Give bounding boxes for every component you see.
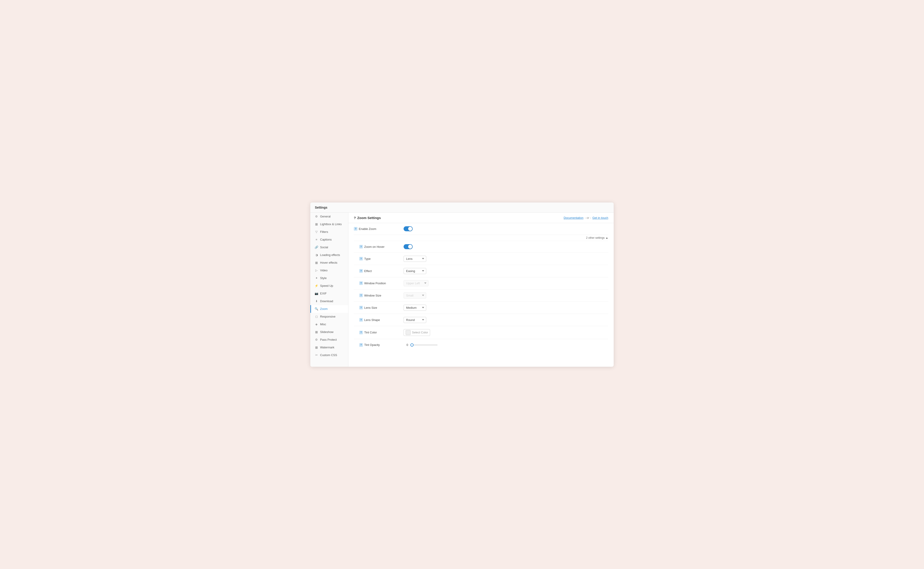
sidebar-item-lightbox[interactable]: ▦ Lightbox & Links [310,221,348,228]
setting-row-window_position: ? Window Position Upper LeftUpper RightL… [354,277,608,289]
sidebar-item-social[interactable]: 🔗 Social [310,243,348,251]
enable-zoom-toggle[interactable] [404,226,413,231]
sidebar-item-watermark[interactable]: ▦ Watermark [310,344,348,351]
sidebar-label-filters: Filters [320,230,328,234]
zoom_on_hover-label: ? Zoom on Hover [354,245,404,248]
sidebar-label-customcss: Custom CSS [320,353,337,357]
setting-row-lens_size: ? Lens Size SmallMediumLarge [354,302,608,314]
sidebar-item-slideshow[interactable]: ▦ Slideshow [310,328,348,336]
general-icon: ⚙ [315,215,318,218]
other-settings-row: 2 other settings ▲ [354,235,608,241]
sidebar-label-slideshow: Slideshow [320,330,334,334]
zoom_on_hover-help-icon[interactable]: ? [359,245,363,248]
app-window: Settings ⚙ General ▦ Lightbox & Links ▽ … [310,202,614,367]
sidebar-item-hover[interactable]: ▦ Hover effects [310,259,348,266]
zoom_on_hover-control [404,244,608,249]
type-label: ? Type [354,257,404,260]
setting-row-effect: ? Effect EasingNoneFade [354,265,608,277]
type-control: LensWindowInner [404,256,608,262]
sidebar-item-general[interactable]: ⚙ General [310,213,348,221]
tint_color-label: ? Tint Color [354,331,404,334]
sidebar-label-lightbox: Lightbox & Links [320,222,341,226]
tint_opacity-value: 0 [404,343,408,347]
sidebar-item-responsive[interactable]: ◻ Responsive [310,313,348,321]
sidebar-item-zoom[interactable]: 🔍 Zoom [310,305,348,313]
sidebar-label-speedup: Speed Up [320,284,333,288]
effect-help-icon[interactable]: ? [359,269,363,273]
sidebar-label-video: Video [320,269,328,272]
sidebar-label-misc: Misc [320,323,326,326]
main-header: ? Zoom Settings Documentation - or - Get… [348,213,614,223]
tint_opacity-control: 0 [404,343,608,347]
tint_opacity-help-icon[interactable]: ? [359,343,363,347]
window_position-control: Upper LeftUpper RightLower LeftLower Rig… [404,280,608,286]
window_size-help-icon[interactable]: ? [359,294,363,297]
sidebar-item-video[interactable]: ▷ Video [310,266,348,274]
tint_color-help-icon[interactable]: ? [359,331,363,334]
responsive-icon: ◻ [315,315,318,318]
type-select[interactable]: LensWindowInner [404,256,426,262]
zoom-settings-label: Zoom Settings [357,216,381,220]
style-icon: ✦ [315,276,318,280]
social-icon: 🔗 [315,245,318,249]
documentation-link[interactable]: Documentation [564,216,583,219]
download-icon: ⬇ [315,300,318,303]
lens_shape-help-icon[interactable]: ? [359,318,363,322]
zoom-settings-help-icon[interactable]: ? [354,216,356,220]
setting-row-enable-zoom: ? Enable Zoom [354,223,608,235]
settings-header: Settings [310,202,614,213]
lens_shape-select[interactable]: RoundSquare [404,317,426,323]
zoom_on_hover-toggle[interactable] [404,244,413,249]
window_position-select: Upper LeftUpper RightLower LeftLower Rig… [404,280,428,286]
setting-row-lens_shape: ? Lens Shape RoundSquare [354,314,608,326]
sidebar-label-exif: EXIF [320,292,327,295]
sidebar-item-customcss[interactable]: ✂ Custom CSS [310,351,348,359]
slideshow-icon: ▦ [315,330,318,334]
settings-title: Settings [315,206,327,209]
sidebar-item-passprotect[interactable]: ⚙ Pass Protect [310,336,348,344]
misc-icon: ◈ [315,323,318,326]
sidebar-item-filters[interactable]: ▽ Filters [310,228,348,236]
or-separator: - or - [585,216,591,219]
effect-control: EasingNoneFade [404,268,608,274]
sidebar-item-exif[interactable]: 📷 EXIF [310,290,348,297]
settings-section: ? Enable Zoom 2 other settings ▲ ? Zoom … [348,223,614,351]
sidebar-item-speedup[interactable]: ⚡ Speed Up [310,282,348,290]
sidebar-item-download[interactable]: ⬇ Download [310,297,348,305]
lens_size-help-icon[interactable]: ? [359,306,363,309]
sidebar-item-misc[interactable]: ◈ Misc [310,321,348,328]
sidebar-label-responsive: Responsive [320,315,335,318]
sidebar-item-style[interactable]: ✦ Style [310,274,348,282]
lightbox-icon: ▦ [315,222,318,226]
get-in-touch-link[interactable]: Get in touch [592,216,608,219]
sidebar-label-general: General [320,215,331,218]
lens_size-select[interactable]: SmallMediumLarge [404,305,426,311]
window_position-label: ? Window Position [354,281,404,285]
sidebar-label-loading: Loading effects [320,253,340,257]
color-swatch [406,330,411,335]
setting-row-window_size: ? Window Size SmallMediumLarge [354,289,608,302]
window_size-label: ? Window Size [354,294,404,297]
tint_color-picker[interactable]: Select Color [404,329,430,336]
sidebar-item-loading[interactable]: ◑ Loading effects [310,251,348,259]
enable-zoom-label: ? Enable Zoom [354,227,404,231]
color-label: Select Color [412,331,428,334]
lens_size-label: ? Lens Size [354,306,404,309]
sidebar-label-captions: Captions [320,238,332,241]
tint_opacity-label: ? Tint Opacity [354,343,404,347]
main-content: ? Zoom Settings Documentation - or - Get… [348,213,614,367]
tint_opacity-slider[interactable] [410,345,437,345]
other-settings-button[interactable]: 2 other settings ▲ [586,236,608,239]
tint_color-control: Select Color [404,329,608,336]
enable-zoom-help[interactable]: ? [354,227,357,231]
window_size-control: SmallMediumLarge [404,292,608,298]
type-help-icon[interactable]: ? [359,257,363,260]
setting-row-type: ? Type LensWindowInner [354,253,608,265]
sidebar-item-captions[interactable]: ≡ Captions [310,236,348,243]
settings-body: ⚙ General ▦ Lightbox & Links ▽ Filters ≡… [310,213,614,367]
effect-select[interactable]: EasingNoneFade [404,268,426,274]
window_position-help-icon[interactable]: ? [359,281,363,285]
sidebar-label-passprotect: Pass Protect [320,338,337,341]
lens_size-control: SmallMediumLarge [404,305,608,311]
sidebar-label-download: Download [320,300,333,303]
